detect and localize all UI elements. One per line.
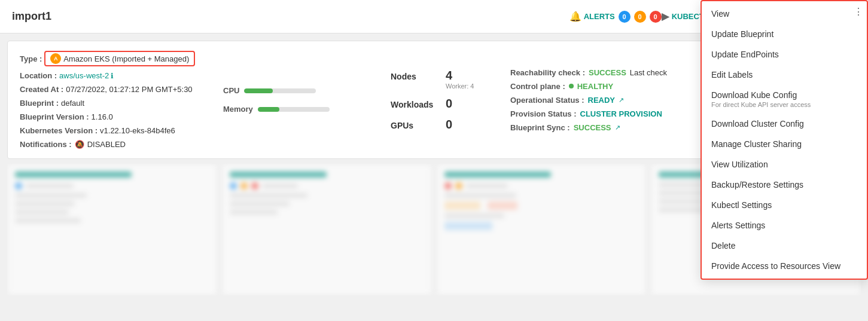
alerts-group: 🔔 ALERTS 0 0 0 [569, 11, 662, 23]
type-value: Amazon EKS (Imported + Managed) [63, 54, 189, 63]
gpus-metric-row: GPUs 0 [391, 118, 510, 132]
nodes-value-group: 4 Worker: 4 [446, 69, 474, 90]
cpu-bar-fill [244, 88, 273, 93]
workloads-value: 0 [446, 97, 452, 111]
blurred-card-1 [7, 164, 217, 295]
nodes-label: Nodes [391, 72, 438, 81]
dropdown-item-label-10: Alerts Settings [711, 221, 857, 230]
dropdown-item-label-5: Download Cluster Config [711, 119, 857, 129]
main-container: import1 🔔 ALERTS 0 0 0 ▶ KUBECTL ☰ PODS … [0, 0, 868, 321]
blueprint-version-row: Blueprint Version : 1.16.0 [20, 112, 223, 121]
location-row: Location : aws/us-west-2 ℹ [20, 71, 223, 80]
operational-label: Operational Status : [510, 96, 584, 105]
provision-value: CLUSTER PROVISION [580, 109, 662, 118]
blueprint-sync-ext-icon: ↗ [615, 124, 620, 132]
nodes-sub: Worker: 4 [446, 82, 474, 90]
gpus-label: GPUs [391, 121, 438, 130]
provision-label: Provision Status : [510, 109, 577, 118]
bell-icon: 🔔 [569, 11, 581, 22]
blueprint-sync-label: Blueprint Sync : [510, 123, 570, 132]
cpu-bar-wrapper [244, 88, 316, 93]
created-label: Created At : [20, 85, 63, 94]
dropdown-item-8[interactable]: Backup/Restore Settings [702, 175, 867, 195]
blueprint-sync-value: SUCCESS [574, 123, 611, 132]
created-row: Created At : 07/27/2022, 01:27:12 PM GMT… [20, 85, 223, 94]
k8s-row: Kubernetes Version : v1.22.10-eks-84b4fe… [20, 126, 223, 135]
dropdown-item-3[interactable]: Edit Labels [702, 65, 867, 85]
cpu-label: CPU [223, 86, 239, 95]
eks-icon: A [50, 53, 61, 64]
location-value: aws/us-west-2 [59, 71, 109, 80]
badge-blue: 0 [619, 11, 631, 23]
notifications-label: Notifications : [20, 140, 72, 149]
notifications-value: DISABLED [87, 140, 126, 149]
dropdown-item-10[interactable]: Alerts Settings [702, 215, 867, 236]
dropdown-item-6[interactable]: Manage Cluster Sharing [702, 134, 867, 154]
badge-orange: 0 [634, 11, 646, 23]
blurred-card-2 [222, 164, 432, 295]
dropdown-item-label-11: Delete [711, 241, 857, 250]
reachability-label: Reachability check : [510, 68, 585, 77]
dropdown-item-label-12: Provide Access to Resources View [711, 261, 857, 271]
dropdown-item-5[interactable]: Download Cluster Config [702, 114, 867, 134]
notifications-row: Notifications : 🔕 DISABLED [20, 140, 223, 149]
location-info-icon: ℹ [111, 72, 114, 80]
dropdown-items-container: ViewUpdate BlueprintUpdate EndPointsEdit… [702, 4, 867, 276]
info-col-resources: CPU Memory [223, 51, 391, 149]
created-value: 07/27/2022, 01:27:12 PM GMT+5:30 [66, 85, 192, 94]
dropdown-item-label-2: Update EndPoints [711, 50, 857, 59]
memory-label: Memory [223, 105, 253, 114]
type-label: Type : [20, 54, 42, 63]
dropdown-item-label-0: View [711, 9, 857, 19]
dropdown-item-11[interactable]: Delete [702, 236, 867, 256]
control-value: HEALTHY [577, 82, 613, 91]
info-col-left: Type : A Amazon EKS (Imported + Managed)… [20, 51, 223, 149]
blueprint-version-label: Blueprint Version : [20, 112, 89, 121]
badge-red: 0 [650, 11, 662, 23]
three-dots-icon[interactable]: ⋮ [854, 6, 863, 17]
dropdown-item-label-1: Update Blueprint [711, 29, 857, 39]
dropdown-item-0[interactable]: View [702, 4, 867, 24]
location-link[interactable]: aws/us-west-2 ℹ [59, 71, 114, 80]
dropdown-item-label-4: Download Kube Config [711, 90, 857, 100]
k8s-label: Kubernetes Version : [20, 126, 98, 135]
cpu-row: CPU [223, 86, 391, 95]
location-label: Location : [20, 71, 57, 80]
dropdown-item-label-3: Edit Labels [711, 70, 857, 80]
alerts-label[interactable]: 🔔 ALERTS [569, 11, 615, 22]
control-dot [569, 84, 574, 88]
reachability-value: SUCCESS [589, 68, 626, 77]
blueprint-value: default [61, 99, 84, 108]
dropdown-menu: ⋮ ViewUpdate BlueprintUpdate EndPointsEd… [701, 0, 868, 280]
terminal-icon: ▶ [662, 11, 669, 22]
dropdown-item-label-6: Manage Cluster Sharing [711, 139, 857, 149]
dropdown-item-sub-4: For direct Kube API server access [711, 101, 857, 108]
dropdown-item-2[interactable]: Update EndPoints [702, 44, 867, 65]
metrics-col: Nodes 4 Worker: 4 Workloads 0 GPUs 0 [391, 51, 510, 149]
blueprint-label: Blueprint : [20, 99, 59, 108]
dropdown-item-12[interactable]: Provide Access to Resources View [702, 256, 867, 276]
notifications-icon: 🔕 [75, 140, 84, 149]
nodes-metric-row: Nodes 4 Worker: 4 [391, 69, 510, 90]
memory-bar-wrapper [258, 107, 330, 112]
workloads-metric-row: Workloads 0 [391, 97, 510, 111]
type-row: Type : A Amazon EKS (Imported + Managed) [20, 51, 223, 66]
dropdown-item-1[interactable]: Update Blueprint [702, 24, 867, 44]
blueprint-version-value: 1.16.0 [92, 112, 113, 121]
operational-value: READY [588, 96, 616, 105]
cluster-title: import1 [12, 10, 51, 23]
blueprint-row: Blueprint : default [20, 99, 223, 108]
control-label: Control plane : [510, 82, 565, 91]
memory-bar-fill [258, 107, 279, 112]
dropdown-item-label-7: View Utilization [711, 160, 857, 169]
gpus-value: 0 [446, 118, 452, 132]
dropdown-item-7[interactable]: View Utilization [702, 154, 867, 175]
k8s-value: v1.22.10-eks-84b4fe6 [100, 126, 175, 135]
dropdown-item-9[interactable]: Kubectl Settings [702, 195, 867, 215]
dropdown-item-label-8: Backup/Restore Settings [711, 180, 857, 189]
type-badge: A Amazon EKS (Imported + Managed) [44, 51, 195, 66]
workloads-label: Workloads [391, 100, 438, 109]
dropdown-item-label-9: Kubectl Settings [711, 200, 857, 210]
dropdown-item-4[interactable]: Download Kube ConfigFor direct Kube API … [702, 85, 867, 114]
nodes-value: 4 [446, 69, 474, 82]
